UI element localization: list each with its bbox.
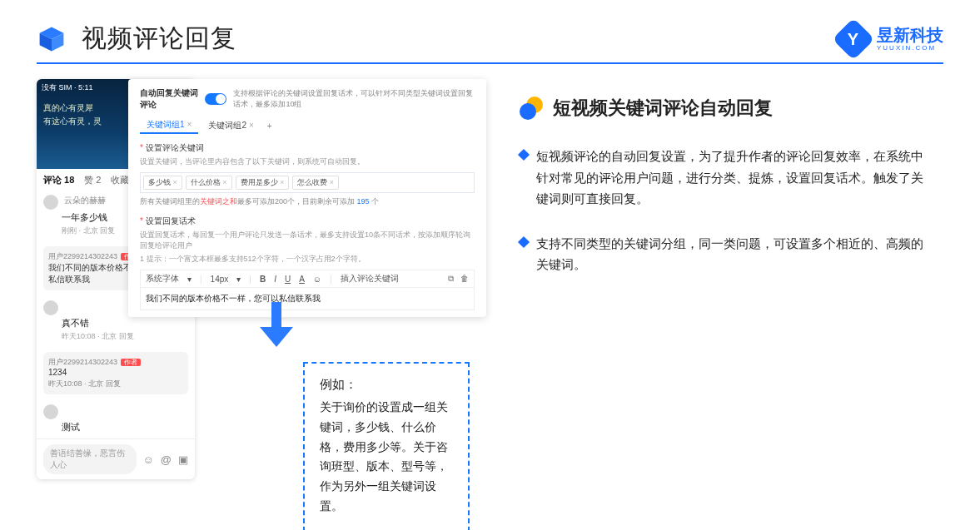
page-title: 视频评论回复 [82, 22, 236, 56]
emoji-icon[interactable]: ☺ [313, 275, 321, 284]
section-hint: 设置回复话术，每回复一个用户评论只发送一条话术，最多支持设置10条不同话术，按添… [140, 230, 475, 251]
tab-comments[interactable]: 评论 18 [43, 174, 74, 186]
bullet-item: 短视频评论的自动回复设置，为了提升作者的评论回复效率，在系统中针对常见的评论用户… [520, 146, 943, 210]
keyword-count-hint: 所有关键词组里的关键词之和最多可添加200个，目前剩余可添加 195 个 [140, 196, 475, 207]
bullet-item: 支持不同类型的关键词分组，同一类问题，可设置多个相近的、高频的关键词。 [520, 233, 943, 275]
color-icon[interactable]: A [299, 275, 305, 284]
reply-text: 1234 [48, 368, 183, 377]
reply-editor[interactable]: 我们不同的版本价格不一样，您可以私信联系我 [140, 288, 475, 310]
add-group-icon[interactable]: + [267, 121, 272, 131]
comment-meta: 昨天10:08 · 北京 回复 [62, 331, 188, 342]
arrow-down-icon [260, 302, 293, 350]
comment-input-bar: 善语结善缘，恶言伤人心 ☺ @ ▣ [37, 438, 195, 479]
keyword-group-tab[interactable]: 关键词组2× [201, 118, 260, 133]
keyword-tag-input[interactable]: 多少钱 什么价格 费用是多少 怎么收费 [140, 172, 475, 193]
avatar-icon [43, 195, 58, 210]
comment-item: 测试 [37, 399, 195, 438]
section-hint-2: 1 提示：一个富文本框最多支持512个字符，一个汉字占用2个字符。 [140, 254, 475, 265]
auto-reply-toggle[interactable] [205, 93, 226, 105]
font-select[interactable]: 系统字体 [146, 273, 179, 285]
section-label: 设置评论关键词 [140, 142, 475, 154]
comment-username: 云朵的赫赫 [64, 196, 106, 205]
avatar-icon [43, 404, 58, 419]
at-icon[interactable]: @ [161, 453, 172, 466]
diamond-icon [518, 235, 530, 247]
section-title-icon [520, 97, 543, 120]
brand-logo: Y 昱新科技 YUUXIN.COM [838, 24, 943, 54]
logo-text-cn: 昱新科技 [877, 27, 943, 43]
toggle-label: 自动回复关键词评论 [140, 87, 198, 111]
reply-bubble: 用户2299214302243作者 1234 昨天10:08 · 北京 回复 [43, 352, 188, 394]
tab-fav[interactable]: 收藏 [111, 174, 129, 186]
keyword-group-tab[interactable]: 关键词组1× [140, 117, 198, 134]
reply-meta: 昨天10:08 · 北京 回复 [48, 379, 183, 389]
reply-user: 用户2299214302243 [48, 252, 117, 260]
settings-panel: 自动回复关键词评论 支持根据评论的关键词设置回复话术，可以针对不同类型关键词设置… [128, 79, 486, 317]
bullet-text: 短视频评论的自动回复设置，为了提升作者的评论回复效率，在系统中针对常见的评论用户… [536, 146, 927, 210]
logo-badge-icon: Y [833, 17, 875, 60]
keyword-tag[interactable]: 怎么收费 [292, 176, 339, 190]
example-heading: 例如： [320, 377, 453, 393]
keyword-tag[interactable]: 费用是多少 [236, 176, 290, 190]
comment-text: 测试 [62, 421, 188, 433]
section-hint: 设置关键词，当评论里内容包含了以下关键词，则系统可自动回复。 [140, 156, 475, 167]
section-title: 短视频关键词评论自动回复 [553, 96, 773, 121]
copy-icon[interactable]: ⧉ [448, 274, 454, 284]
example-body: 关于询价的设置成一组关键词，多少钱、什么价格，费用多少等。关于咨询班型、版本、型… [320, 398, 453, 517]
image-icon[interactable]: ▣ [178, 453, 188, 466]
emoji-icon[interactable]: ☺ [143, 453, 154, 466]
comment-input[interactable]: 善语结善缘，恶言伤人心 [43, 444, 137, 474]
bullet-text: 支持不同类型的关键词分组，同一类问题，可设置多个相近的、高频的关键词。 [536, 233, 927, 275]
tab-likes[interactable]: 赞 2 [84, 174, 101, 186]
diamond-icon [518, 149, 530, 161]
comment-text: 真不错 [62, 317, 188, 329]
editor-toolbar: 系统字体▾ | 14px▾ | B I U A ☺ | 插入评论关键词 ⧉ 🗑 [140, 270, 475, 288]
cube-icon [37, 24, 67, 54]
delete-icon[interactable]: 🗑 [460, 274, 469, 284]
insert-keyword-button[interactable]: 插入评论关键词 [341, 273, 399, 285]
italic-icon[interactable]: I [274, 275, 276, 284]
underline-icon[interactable]: U [285, 275, 291, 284]
toggle-hint: 支持根据评论的关键词设置回复话术，可以针对不同类型关键词设置回复话术，最多添加1… [233, 88, 475, 110]
bold-icon[interactable]: B [260, 275, 266, 284]
example-callout: 例如： 关于询价的设置成一组关键词，多少钱、什么价格，费用多少等。关于咨询班型、… [303, 362, 470, 530]
screenshots-composite: 没有 SIM · 5:11 真的心有灵犀 有这心有灵，灵 评论 18 赞 2 收… [37, 79, 486, 299]
description-column: 短视频关键词评论自动回复 短视频评论的自动回复设置，为了提升作者的评论回复效率，… [520, 79, 943, 299]
reply-user: 用户2299214302243 [48, 358, 117, 366]
header: 视频评论回复 Y 昱新科技 YUUXIN.COM [0, 0, 980, 62]
avatar-icon [43, 300, 58, 315]
author-tag: 作者 [121, 359, 141, 366]
section-label: 设置回复话术 [140, 215, 475, 227]
keyword-tag[interactable]: 多少钱 [143, 176, 182, 190]
keyword-tag[interactable]: 什么价格 [186, 176, 232, 190]
logo-text-en: YUUXIN.COM [877, 45, 943, 52]
size-select[interactable]: 14px [211, 275, 229, 284]
